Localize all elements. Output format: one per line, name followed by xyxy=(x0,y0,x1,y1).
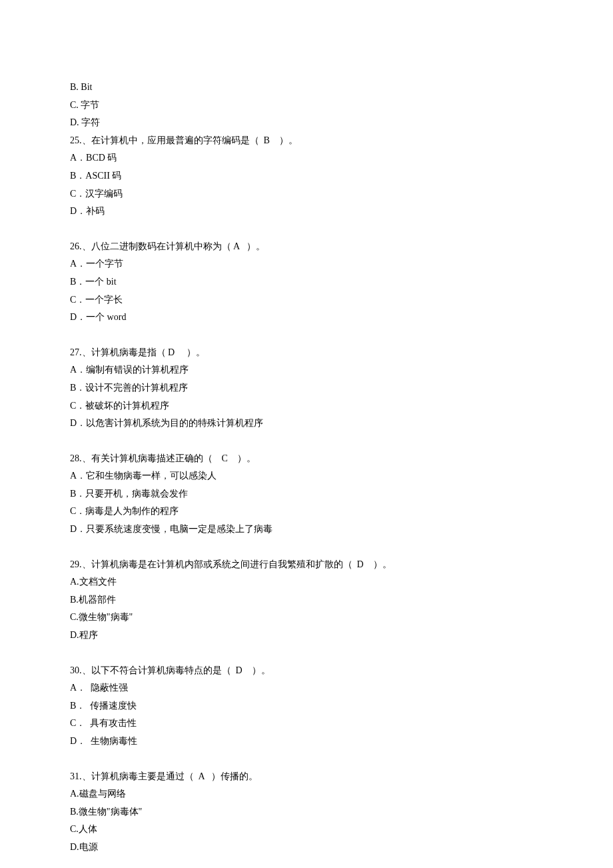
option-line: D．只要系统速度变慢，电脑一定是感染上了病毒 xyxy=(70,521,543,539)
option-line: D．一个 word xyxy=(70,309,543,327)
option-line: B．ASCII 码 xyxy=(70,167,543,185)
question-block: 29.、计算机病毒是在计算机内部或系统之间进行自我繁殖和扩散的（ D ）。A.文… xyxy=(70,556,543,645)
option-line: D.程序 xyxy=(70,627,543,645)
option-line: C．汉字编码 xyxy=(70,185,543,203)
question-stem: 29.、计算机病毒是在计算机内部或系统之间进行自我繁殖和扩散的（ D ）。 xyxy=(70,556,543,574)
document-page: B. BitC. 字节D. 字符 25.、在计算机中，应用最普遍的字符编码是（ … xyxy=(0,0,613,868)
option-line: C．被破坏的计算机程序 xyxy=(70,397,543,415)
option-line: B．设计不完善的计算机程序 xyxy=(70,379,543,397)
option-line: D． 生物病毒性 xyxy=(70,733,543,751)
question-block: 27.、计算机病毒是指（ D ）。A．编制有错误的计算机程序B．设计不完善的计算… xyxy=(70,344,543,433)
question-stem: 31.、计算机病毒主要是通过（ A ）传播的。 xyxy=(70,768,543,786)
option-line: A.文档文件 xyxy=(70,573,543,591)
question-block: 31.、计算机病毒主要是通过（ A ）传播的。A.磁盘与网络B.微生物"病毒体"… xyxy=(70,768,543,857)
option-line: A．一个字节 xyxy=(70,255,543,273)
option-line: C． 具有攻击性 xyxy=(70,715,543,733)
option-line: B． 传播速度快 xyxy=(70,697,543,715)
option-line: A．BCD 码 xyxy=(70,149,543,167)
option-line: B.机器部件 xyxy=(70,591,543,609)
option-line: B．只要开机，病毒就会发作 xyxy=(70,485,543,503)
question-stem: 27.、计算机病毒是指（ D ）。 xyxy=(70,344,543,362)
option-line: A．它和生物病毒一样，可以感染人 xyxy=(70,467,543,485)
question-block: 25.、在计算机中，应用最普遍的字符编码是（ B ）。A．BCD 码B．ASCI… xyxy=(70,132,543,221)
question-stem: 25.、在计算机中，应用最普遍的字符编码是（ B ）。 xyxy=(70,132,543,150)
option-line: A．编制有错误的计算机程序 xyxy=(70,361,543,379)
option-line: A． 隐蔽性强 xyxy=(70,679,543,697)
questions-container: 25.、在计算机中，应用最普遍的字符编码是（ B ）。A．BCD 码B．ASCI… xyxy=(70,132,543,857)
option-line: C．病毒是人为制作的程序 xyxy=(70,503,543,521)
option-line: D. 字符 xyxy=(70,114,543,132)
question-stem: 26.、八位二进制数码在计算机中称为（ A ）。 xyxy=(70,238,543,256)
question-block: 28.、有关计算机病毒描述正确的（ C ）。A．它和生物病毒一样，可以感染人B．… xyxy=(70,450,543,539)
option-line: D．补码 xyxy=(70,203,543,221)
option-line: C.人体 xyxy=(70,821,543,839)
question-stem: 28.、有关计算机病毒描述正确的（ C ）。 xyxy=(70,450,543,468)
question-block: 26.、八位二进制数码在计算机中称为（ A ）。A．一个字节B．一个 bitC．… xyxy=(70,238,543,327)
option-line: B. Bit xyxy=(70,79,543,97)
option-line: A.磁盘与网络 xyxy=(70,785,543,803)
question-block: 30.、以下不符合计算机病毒特点的是（ D ）。A． 隐蔽性强B． 传播速度快C… xyxy=(70,662,543,751)
option-line: C. 字节 xyxy=(70,97,543,115)
option-line: B．一个 bit xyxy=(70,273,543,291)
option-line: C．一个字长 xyxy=(70,291,543,309)
option-line: D．以危害计算机系统为目的的特殊计算机程序 xyxy=(70,415,543,433)
question-fragment-block: B. BitC. 字节D. 字符 xyxy=(70,79,543,132)
option-line: D.电源 xyxy=(70,839,543,857)
option-line: B.微生物"病毒体" xyxy=(70,803,543,821)
question-stem: 30.、以下不符合计算机病毒特点的是（ D ）。 xyxy=(70,662,543,680)
option-line: C.微生物"病毒" xyxy=(70,609,543,627)
